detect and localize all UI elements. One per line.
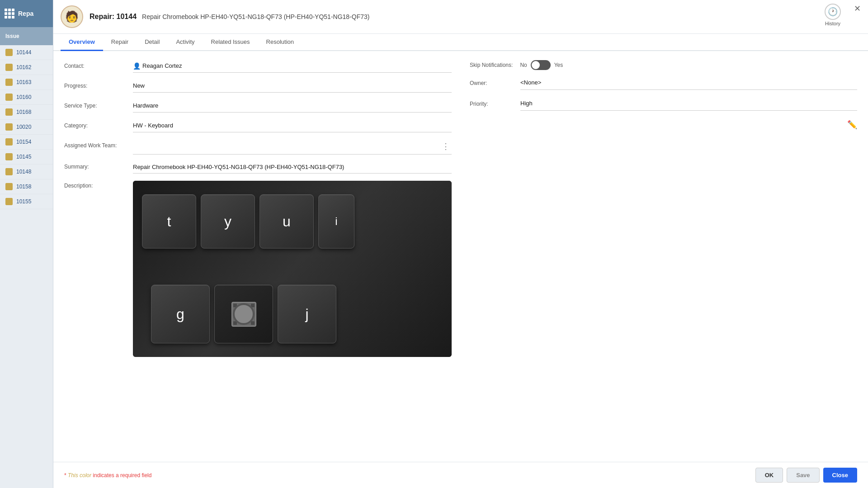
sidebar-item-number: 10162 (16, 64, 31, 70)
skip-notifications-toggle[interactable] (531, 60, 551, 70)
summary-value[interactable]: Repair Chromebook HP-EH40-YQ51-NG18-QF73… (133, 162, 452, 174)
sidebar-item-10144[interactable]: 10144 (0, 45, 53, 60)
sidebar-item-number: 10158 (16, 183, 31, 190)
description-label: Description: (64, 181, 127, 189)
sidebar-item-10168[interactable]: 10168 (0, 105, 53, 120)
sidebar-item-number: 10020 (16, 124, 31, 130)
contact-label: Contact: (64, 60, 127, 69)
owner-value[interactable]: <None> (520, 77, 857, 90)
key-g: g (151, 285, 210, 343)
tab-detail[interactable]: Detail (137, 34, 168, 51)
sidebar-item-10162[interactable]: 10162 (0, 60, 53, 75)
category-field-row: Category: HW - Keyboard (64, 120, 452, 132)
priority-label: Priority: (470, 98, 515, 107)
sidebar-item-10145[interactable]: 10145 (0, 150, 53, 164)
contact-icon: 👤 (133, 62, 141, 70)
modal-header: 🧑 Repair: 10144 Repair Chromebook HP-EH4… (53, 0, 868, 34)
progress-field-row: Progress: New (64, 80, 452, 93)
key-u: u (259, 194, 314, 249)
modal-body: Contact: 👤 Reagan Cortez Progress: New S… (53, 51, 868, 462)
form-grid: Contact: 👤 Reagan Cortez Progress: New S… (64, 60, 857, 357)
sidebar-col-header: Issue (0, 27, 53, 45)
required-text-rest: indicates a required field (91, 472, 151, 479)
sidebar-title: Repa (18, 10, 33, 17)
key-damaged-h (214, 285, 273, 343)
sidebar-item-icon (5, 153, 13, 160)
sidebar-item-icon (5, 123, 13, 131)
close-x-button[interactable]: ✕ (854, 5, 861, 13)
sidebar-item-10020[interactable]: 10020 (0, 120, 53, 135)
tab-resolution[interactable]: Resolution (258, 34, 302, 51)
form-right: Skip Notifications: No Yes Owner: <None> (470, 60, 857, 357)
tab-activity[interactable]: Activity (168, 34, 203, 51)
sidebar-item-icon (5, 138, 13, 145)
sidebar-item-10148[interactable]: 10148 (0, 164, 53, 179)
category-label: Category: (64, 120, 127, 129)
save-button[interactable]: Save (787, 468, 819, 483)
edit-pencil-icon[interactable]: ✏️ (470, 120, 857, 130)
key-i: i (318, 194, 354, 249)
sidebar-item-icon (5, 108, 13, 116)
sidebar-item-number: 10160 (16, 94, 31, 100)
sidebar-items-list: 10144 10162 10163 10160 10168 10020 1015… (0, 45, 53, 209)
sidebar-item-number: 10154 (16, 139, 31, 145)
skip-notifications-row: Skip Notifications: No Yes (470, 60, 857, 70)
tab-repair[interactable]: Repair (103, 34, 137, 51)
form-left: Contact: 👤 Reagan Cortez Progress: New S… (64, 60, 452, 357)
close-button[interactable]: Close (823, 468, 857, 483)
tab-overview[interactable]: Overview (61, 34, 103, 51)
tab-bar: Overview Repair Detail Activity Related … (53, 34, 868, 51)
required-field-notice: * This color indicates a required field (64, 472, 151, 479)
sidebar-header: Repa (0, 0, 53, 27)
service-type-field-row: Service Type: Hardware (64, 100, 452, 113)
dots-button[interactable]: ⋮ (440, 141, 452, 151)
toggle-group: No Yes (520, 60, 563, 70)
summary-field-row: Summary: Repair Chromebook HP-EH40-YQ51-… (64, 162, 452, 174)
key-t: t (142, 194, 196, 249)
sidebar-item-10154[interactable]: 10154 (0, 135, 53, 150)
summary-label: Summary: (64, 162, 127, 170)
priority-value[interactable]: High (520, 98, 857, 111)
progress-value[interactable]: New (133, 80, 452, 93)
category-value[interactable]: HW - Keyboard (133, 120, 452, 132)
modal-title-sub: Repair Chromebook HP-EH40-YQ51-NG18-QF73… (142, 13, 369, 20)
toggle-no-label: No (520, 62, 527, 68)
sidebar-item-icon (5, 168, 13, 175)
modal-footer: * This color indicates a required field … (53, 462, 868, 488)
repair-id: Repair: 10144 (90, 13, 137, 21)
sidebar-item-number: 10155 (16, 198, 31, 205)
history-icon: 🕐 (825, 4, 841, 20)
sidebar-item-10155[interactable]: 10155 (0, 194, 53, 209)
sidebar-item-icon (5, 198, 13, 205)
contact-value[interactable]: 👤 Reagan Cortez (133, 60, 452, 73)
description-field-row: Description: t y u i (64, 181, 452, 357)
owner-label: Owner: (470, 77, 515, 86)
assigned-work-team-value[interactable]: ⋮ (133, 140, 452, 155)
sidebar-item-icon (5, 49, 13, 56)
keyboard-bg: t y u i g (133, 181, 452, 357)
key-y: y (201, 194, 255, 249)
sidebar-item-icon (5, 183, 13, 190)
sidebar-item-icon (5, 94, 13, 101)
history-label: History (825, 21, 840, 26)
sidebar-item-10160[interactable]: 10160 (0, 90, 53, 105)
sidebar-item-10158[interactable]: 10158 (0, 179, 53, 194)
contact-field-row: Contact: 👤 Reagan Cortez (64, 60, 452, 73)
sidebar: Repa Issue 10144 10162 10163 10160 10168… (0, 0, 53, 488)
ok-button[interactable]: OK (755, 468, 783, 483)
sidebar-item-number: 10144 (16, 49, 31, 56)
sidebar-item-icon (5, 79, 13, 86)
description-area: t y u i g (133, 181, 452, 357)
service-type-value[interactable]: Hardware (133, 100, 452, 113)
toggle-thumb (532, 61, 540, 69)
toggle-yes-label: Yes (554, 62, 563, 68)
tab-related-issues[interactable]: Related Issues (203, 34, 258, 51)
sidebar-item-10163[interactable]: 10163 (0, 75, 53, 90)
history-button[interactable]: 🕐 History (825, 4, 841, 26)
avatar: 🧑 (61, 5, 83, 28)
grid-icon[interactable] (5, 9, 14, 19)
owner-field-row: Owner: <None> (470, 77, 857, 90)
sidebar-item-number: 10163 (16, 79, 31, 85)
skip-notifications-label: Skip Notifications: (470, 62, 513, 68)
assigned-work-team-field-row: Assigned Work Team: ⋮ (64, 140, 452, 155)
